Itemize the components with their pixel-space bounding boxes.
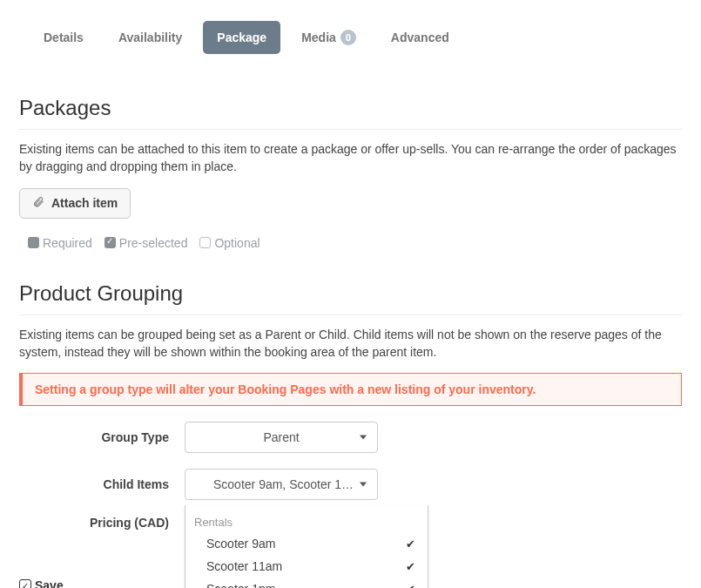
paperclip-icon xyxy=(32,196,44,211)
packages-section: Packages Existing items can be attached … xyxy=(19,96,682,250)
legend: Required Pre-selected Optional xyxy=(19,236,682,250)
dropdown-group-label: Rentals xyxy=(185,510,428,532)
group-type-label: Group Type xyxy=(19,430,185,444)
legend-preselected-label: Pre-selected xyxy=(119,236,188,250)
group-type-row: Group Type Parent xyxy=(19,422,682,453)
check-icon: ✔ xyxy=(406,537,415,551)
dropdown-option[interactable]: Scooter 1pm ✔ xyxy=(185,578,428,588)
legend-optional-label: Optional xyxy=(214,236,260,250)
preselected-icon xyxy=(104,237,116,248)
legend-preselected: Pre-selected xyxy=(104,236,188,250)
child-items-select[interactable]: Scooter 9am, Scooter 11am, S xyxy=(185,469,378,500)
attach-item-button[interactable]: Attach item xyxy=(19,188,131,219)
child-items-row: Child Items Scooter 9am, Scooter 11am, S… xyxy=(19,469,682,500)
dropdown-option-label: Scooter 11am xyxy=(206,559,282,573)
dropdown-option[interactable]: Scooter 9am ✔ xyxy=(185,532,428,555)
dropdown-option-label: Scooter 9am xyxy=(206,537,275,551)
check-icon: ✔ xyxy=(406,583,415,588)
child-items-dropdown: Rentals Scooter 9am ✔ Scooter 11am ✔ Sco… xyxy=(185,505,428,588)
chevron-down-icon xyxy=(360,483,367,487)
legend-required: Required xyxy=(28,236,92,250)
save-link[interactable]: Save xyxy=(35,578,64,588)
tabs: Details Availability Package Media 0 Adv… xyxy=(19,21,682,54)
packages-title: Packages xyxy=(19,96,682,120)
legend-required-label: Required xyxy=(43,236,92,250)
save-check-icon: ✓ xyxy=(19,579,31,588)
tab-details[interactable]: Details xyxy=(30,21,98,54)
tab-package[interactable]: Package xyxy=(203,21,280,54)
pricing-label: Pricing (CAD) xyxy=(19,516,185,530)
grouping-title: Product Grouping xyxy=(19,281,682,306)
dropdown-option-label: Scooter 1pm xyxy=(206,582,275,588)
tab-media[interactable]: Media 0 xyxy=(287,21,370,54)
attach-item-label: Attach item xyxy=(51,196,118,210)
tab-availability[interactable]: Availability xyxy=(104,21,196,54)
product-grouping-section: Product Grouping Existing items can be g… xyxy=(19,281,682,531)
tab-media-label: Media xyxy=(301,30,336,44)
check-icon: ✔ xyxy=(406,560,415,573)
optional-icon xyxy=(199,237,211,248)
media-count-badge: 0 xyxy=(340,30,356,45)
child-items-label: Child Items xyxy=(19,477,185,491)
group-type-select[interactable]: Parent xyxy=(185,422,378,453)
required-icon xyxy=(28,237,39,248)
group-type-value: Parent xyxy=(263,430,299,444)
packages-desc: Existing items can be attached to this i… xyxy=(19,129,682,176)
grouping-alert: Setting a group type will alter your Boo… xyxy=(19,373,682,406)
grouping-desc: Existing items can be grouped being set … xyxy=(19,314,682,362)
dropdown-option[interactable]: Scooter 11am ✔ xyxy=(185,555,428,578)
child-items-value: Scooter 9am, Scooter 11am, S xyxy=(203,477,360,491)
chevron-down-icon xyxy=(360,436,367,440)
legend-optional: Optional xyxy=(199,236,260,250)
tab-advanced[interactable]: Advanced xyxy=(377,21,463,54)
